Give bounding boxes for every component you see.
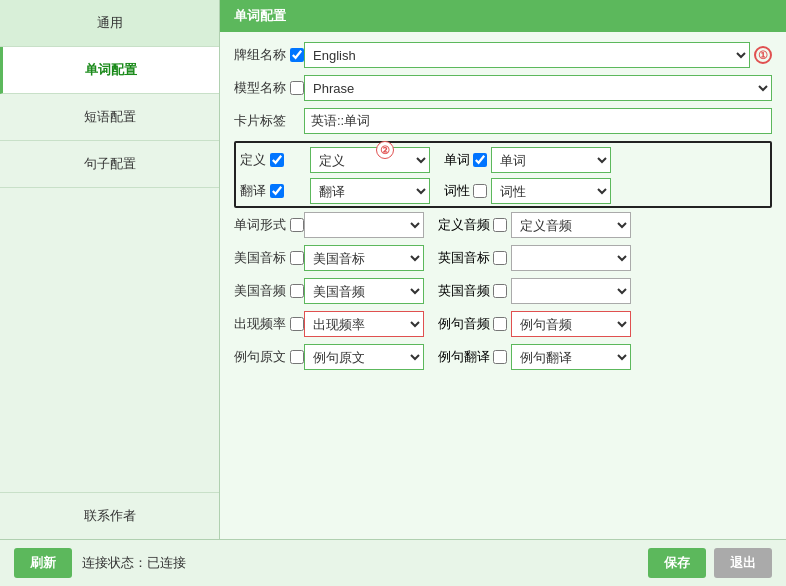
frequency-select[interactable]: 出现频率 [304, 311, 424, 337]
us-phonetic-label: 美国音标 [234, 249, 304, 267]
footer: 刷新 连接状态：已连接 保存 退出 [0, 539, 786, 586]
uk-audio-select[interactable] [511, 278, 631, 304]
uk-phonetic-checkbox[interactable] [493, 251, 507, 265]
frequency-checkbox[interactable] [290, 317, 304, 331]
brand-name-label: 牌组名称 [234, 46, 304, 64]
exit-button[interactable]: 退出 [714, 548, 772, 578]
translation-select1[interactable]: 翻译 [310, 178, 430, 204]
word-form-checkbox[interactable] [290, 218, 304, 232]
example-original-label: 例句原文 [234, 348, 304, 366]
refresh-button[interactable]: 刷新 [14, 548, 72, 578]
us-audio-select[interactable]: 美国音频 [304, 278, 424, 304]
card-tag-label: 卡片标签 [234, 112, 304, 130]
us-phonetic-select[interactable]: 美国音标 [304, 245, 424, 271]
example-original-checkbox[interactable] [290, 350, 304, 364]
card-tag-input[interactable] [304, 108, 772, 134]
content-title: 单词配置 [220, 0, 786, 32]
model-name-select[interactable]: Phrase [304, 75, 772, 101]
sidebar-item-phrase-config[interactable]: 短语配置 [0, 94, 219, 141]
model-name-checkbox[interactable] [290, 81, 304, 95]
example-audio-checkbox[interactable] [493, 317, 507, 331]
content-area: 单词配置 牌组名称 English ① 模型名称 [220, 0, 786, 539]
annotation-circle-2: ② [376, 141, 394, 159]
save-button[interactable]: 保存 [648, 548, 706, 578]
word-checkbox[interactable] [473, 153, 487, 167]
sidebar-item-general[interactable]: 通用 [0, 0, 219, 47]
example-audio-select[interactable]: 例句音频 [511, 311, 631, 337]
definition-select2[interactable]: 单词 [491, 147, 611, 173]
brand-name-checkbox[interactable] [290, 48, 304, 62]
connection-status: 连接状态：已连接 [82, 554, 186, 572]
uk-audio-checkbox[interactable] [493, 284, 507, 298]
annotation-circle-1: ① [754, 46, 772, 64]
translation-checkbox[interactable] [270, 184, 284, 198]
uk-phonetic-select[interactable] [511, 245, 631, 271]
def-audio-select[interactable]: 定义音频 [511, 212, 631, 238]
example-translation-checkbox[interactable] [493, 350, 507, 364]
word-form-label: 单词形式 [234, 216, 304, 234]
pos-checkbox[interactable] [473, 184, 487, 198]
example-original-select[interactable]: 例句原文 [304, 344, 424, 370]
definition-label: 定义 [240, 151, 310, 169]
model-name-label: 模型名称 [234, 79, 304, 97]
frequency-label: 出现频率 [234, 315, 304, 333]
sidebar-item-word-config[interactable]: 单词配置 [0, 47, 219, 94]
example-translation-select[interactable]: 例句翻译 [511, 344, 631, 370]
sidebar-contact[interactable]: 联系作者 [0, 492, 219, 539]
sidebar: 通用 单词配置 短语配置 句子配置 联系作者 [0, 0, 220, 539]
definition-select1[interactable]: 定义 [310, 147, 430, 173]
sidebar-item-sentence-config[interactable]: 句子配置 [0, 141, 219, 188]
translation-select2[interactable]: 词性 [491, 178, 611, 204]
us-audio-label: 美国音频 [234, 282, 304, 300]
content-body: 牌组名称 English ① 模型名称 Phrase [220, 32, 786, 539]
brand-name-select[interactable]: English [304, 42, 750, 68]
definition-checkbox[interactable] [270, 153, 284, 167]
translation-label: 翻译 [240, 182, 310, 200]
word-form-select[interactable] [304, 212, 424, 238]
us-phonetic-checkbox[interactable] [290, 251, 304, 265]
us-audio-checkbox[interactable] [290, 284, 304, 298]
def-audio-checkbox[interactable] [493, 218, 507, 232]
